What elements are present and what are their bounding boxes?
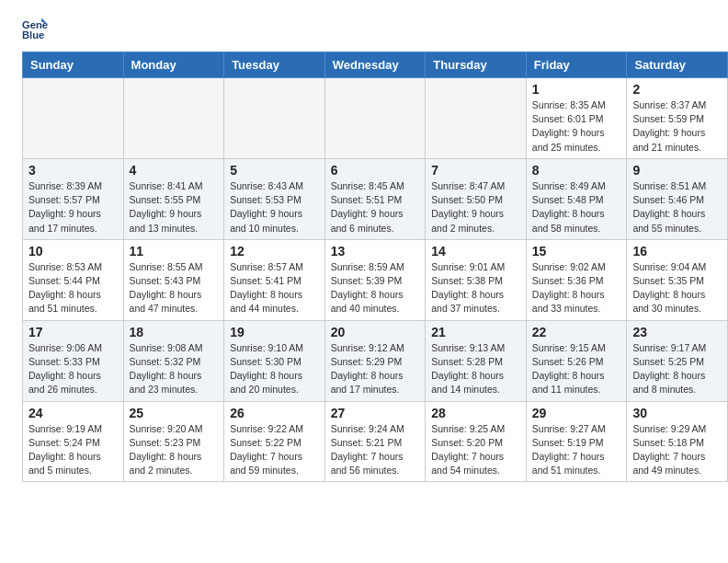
day-number: 10 [28,244,118,259]
day-number: 7 [431,163,520,178]
day-number: 9 [632,163,722,178]
day-number: 14 [431,244,520,259]
calendar-cell: 19Sunrise: 9:10 AM Sunset: 5:30 PM Dayli… [224,320,325,401]
day-number: 4 [130,163,219,178]
header-row: SundayMondayTuesdayWednesdayThursdayFrid… [23,52,728,78]
day-number: 29 [532,406,621,420]
svg-text:Blue: Blue [22,29,44,40]
day-info: Sunrise: 9:08 AM Sunset: 5:32 PM Dayligh… [130,341,219,397]
day-info: Sunrise: 9:22 AM Sunset: 5:22 PM Dayligh… [230,422,319,478]
day-info: Sunrise: 9:10 AM Sunset: 5:30 PM Dayligh… [230,341,319,397]
week-row-3: 10Sunrise: 8:53 AM Sunset: 5:44 PM Dayli… [23,239,728,320]
day-header-monday: Monday [123,52,224,78]
week-row-5: 24Sunrise: 9:19 AM Sunset: 5:24 PM Dayli… [23,401,728,482]
day-number: 21 [431,325,520,339]
day-info: Sunrise: 9:01 AM Sunset: 5:38 PM Dayligh… [431,260,520,316]
day-info: Sunrise: 9:02 AM Sunset: 5:36 PM Dayligh… [532,260,621,316]
calendar-container: SundayMondayTuesdayWednesdayThursdayFrid… [0,52,728,493]
calendar-cell: 16Sunrise: 9:04 AM Sunset: 5:35 PM Dayli… [627,239,728,320]
calendar-cell: 7Sunrise: 8:47 AM Sunset: 5:50 PM Daylig… [426,158,527,239]
calendar-cell: 22Sunrise: 9:15 AM Sunset: 5:26 PM Dayli… [526,320,627,401]
day-header-tuesday: Tuesday [224,52,325,78]
day-number: 19 [230,325,319,339]
day-number: 3 [28,163,118,178]
day-info: Sunrise: 9:17 AM Sunset: 5:25 PM Dayligh… [632,341,722,397]
calendar-cell: 8Sunrise: 8:49 AM Sunset: 5:48 PM Daylig… [526,158,627,239]
week-row-2: 3Sunrise: 8:39 AM Sunset: 5:57 PM Daylig… [23,158,728,239]
calendar-cell [224,78,325,159]
calendar-cell [324,78,426,159]
day-number: 18 [130,325,219,339]
day-info: Sunrise: 8:51 AM Sunset: 5:46 PM Dayligh… [632,179,722,236]
calendar-cell: 11Sunrise: 8:55 AM Sunset: 5:43 PM Dayli… [123,239,224,320]
day-info: Sunrise: 9:25 AM Sunset: 5:20 PM Dayligh… [431,422,520,478]
calendar-cell [123,78,224,159]
calendar-cell: 1Sunrise: 8:35 AM Sunset: 6:01 PM Daylig… [526,78,627,159]
day-number: 22 [532,325,621,339]
calendar-cell: 10Sunrise: 8:53 AM Sunset: 5:44 PM Dayli… [23,239,124,320]
calendar-cell: 9Sunrise: 8:51 AM Sunset: 5:46 PM Daylig… [627,158,728,239]
day-number: 12 [230,244,319,259]
day-info: Sunrise: 9:24 AM Sunset: 5:21 PM Dayligh… [331,422,420,478]
calendar-cell [426,78,527,159]
week-row-4: 17Sunrise: 9:06 AM Sunset: 5:33 PM Dayli… [23,320,728,401]
calendar-cell: 3Sunrise: 8:39 AM Sunset: 5:57 PM Daylig… [23,158,124,239]
day-info: Sunrise: 8:35 AM Sunset: 6:01 PM Dayligh… [532,98,621,155]
calendar-table: SundayMondayTuesdayWednesdayThursdayFrid… [22,52,728,482]
day-info: Sunrise: 8:47 AM Sunset: 5:50 PM Dayligh… [431,179,520,236]
day-number: 17 [28,325,118,339]
week-row-1: 1Sunrise: 8:35 AM Sunset: 6:01 PM Daylig… [23,78,728,159]
day-number: 24 [28,406,118,420]
day-number: 11 [130,244,219,259]
calendar-cell: 15Sunrise: 9:02 AM Sunset: 5:36 PM Dayli… [526,239,627,320]
calendar-cell: 25Sunrise: 9:20 AM Sunset: 5:23 PM Dayli… [123,401,224,482]
day-info: Sunrise: 8:55 AM Sunset: 5:43 PM Dayligh… [130,260,219,316]
calendar-cell: 21Sunrise: 9:13 AM Sunset: 5:28 PM Dayli… [426,320,527,401]
day-number: 1 [532,82,621,97]
calendar-cell: 14Sunrise: 9:01 AM Sunset: 5:38 PM Dayli… [426,239,527,320]
calendar-cell: 24Sunrise: 9:19 AM Sunset: 5:24 PM Dayli… [23,401,124,482]
day-info: Sunrise: 9:27 AM Sunset: 5:19 PM Dayligh… [532,422,621,478]
calendar-cell: 30Sunrise: 9:29 AM Sunset: 5:18 PM Dayli… [627,401,728,482]
day-header-thursday: Thursday [426,52,527,78]
day-info: Sunrise: 8:41 AM Sunset: 5:55 PM Dayligh… [130,179,219,236]
day-number: 5 [230,163,319,178]
page-header: General Blue [0,0,728,52]
day-number: 15 [532,244,621,259]
day-info: Sunrise: 8:45 AM Sunset: 5:51 PM Dayligh… [331,179,420,236]
day-number: 27 [331,406,420,420]
day-info: Sunrise: 9:19 AM Sunset: 5:24 PM Dayligh… [28,422,118,478]
day-header-wednesday: Wednesday [324,52,426,78]
day-number: 30 [632,406,722,420]
day-info: Sunrise: 8:43 AM Sunset: 5:53 PM Dayligh… [230,179,319,236]
logo: General Blue [22,17,53,42]
day-header-sunday: Sunday [23,52,124,78]
day-number: 16 [632,244,722,259]
day-number: 6 [331,163,420,178]
day-info: Sunrise: 9:29 AM Sunset: 5:18 PM Dayligh… [632,422,722,478]
calendar-cell: 27Sunrise: 9:24 AM Sunset: 5:21 PM Dayli… [324,401,426,482]
day-info: Sunrise: 9:06 AM Sunset: 5:33 PM Dayligh… [28,341,118,397]
calendar-cell: 6Sunrise: 8:45 AM Sunset: 5:51 PM Daylig… [324,158,426,239]
calendar-cell: 29Sunrise: 9:27 AM Sunset: 5:19 PM Dayli… [526,401,627,482]
day-header-saturday: Saturday [627,52,728,78]
calendar-cell: 13Sunrise: 8:59 AM Sunset: 5:39 PM Dayli… [324,239,426,320]
day-info: Sunrise: 8:39 AM Sunset: 5:57 PM Dayligh… [28,179,118,236]
day-number: 13 [331,244,420,259]
calendar-header: SundayMondayTuesdayWednesdayThursdayFrid… [23,52,728,78]
day-info: Sunrise: 9:20 AM Sunset: 5:23 PM Dayligh… [130,422,219,478]
day-info: Sunrise: 8:37 AM Sunset: 5:59 PM Dayligh… [632,98,722,155]
day-info: Sunrise: 9:13 AM Sunset: 5:28 PM Dayligh… [431,341,520,397]
day-number: 26 [230,406,319,420]
day-number: 23 [632,325,722,339]
day-info: Sunrise: 9:15 AM Sunset: 5:26 PM Dayligh… [532,341,621,397]
day-number: 20 [331,325,420,339]
calendar-cell: 4Sunrise: 8:41 AM Sunset: 5:55 PM Daylig… [123,158,224,239]
day-number: 28 [431,406,520,420]
calendar-body: 1Sunrise: 8:35 AM Sunset: 6:01 PM Daylig… [23,78,728,482]
day-number: 2 [632,82,722,97]
calendar-cell: 17Sunrise: 9:06 AM Sunset: 5:33 PM Dayli… [23,320,124,401]
calendar-cell: 23Sunrise: 9:17 AM Sunset: 5:25 PM Dayli… [627,320,728,401]
calendar-cell: 28Sunrise: 9:25 AM Sunset: 5:20 PM Dayli… [426,401,527,482]
calendar-cell: 5Sunrise: 8:43 AM Sunset: 5:53 PM Daylig… [224,158,325,239]
